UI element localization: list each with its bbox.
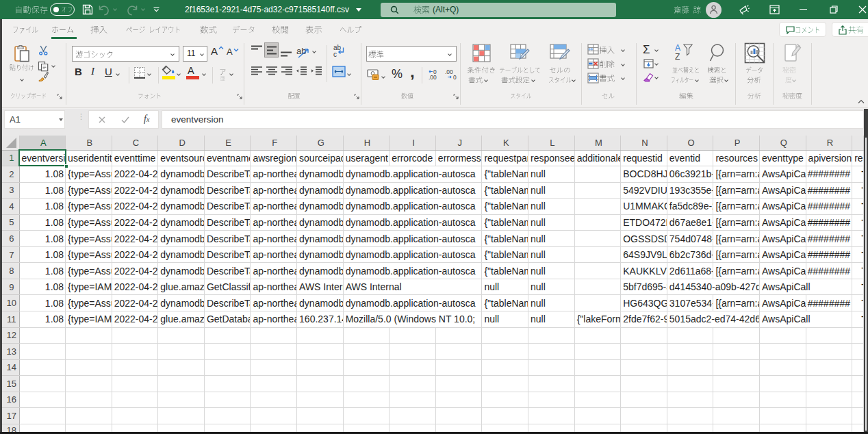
svg-text:0: 0 bbox=[453, 74, 457, 80]
svg-text:.00: .00 bbox=[445, 69, 453, 75]
svg-text:A: A bbox=[675, 43, 680, 53]
svg-text:c: c bbox=[333, 51, 337, 58]
svg-text:Z: Z bbox=[675, 52, 680, 62]
svg-text:.00: .00 bbox=[429, 74, 437, 80]
